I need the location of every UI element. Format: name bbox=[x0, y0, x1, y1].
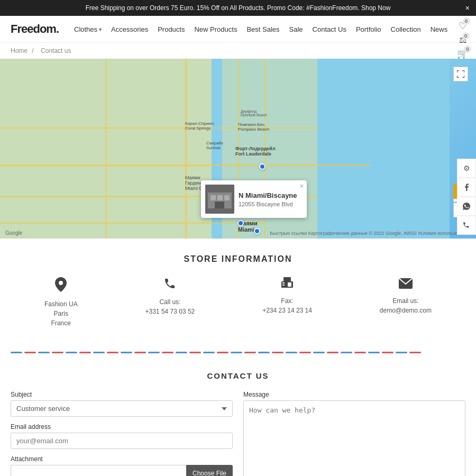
dash-10 bbox=[134, 352, 146, 353]
store-info-grid: Fashion UA Paris France Call us: +331 54… bbox=[11, 277, 465, 328]
dash-1 bbox=[11, 352, 22, 353]
dash-3 bbox=[38, 352, 50, 353]
breadcrumb-home[interactable]: Home bbox=[11, 47, 28, 54]
sidebar-settings-icon[interactable]: ⚙ bbox=[457, 159, 476, 178]
store-address-text: Fashion UA Paris France bbox=[44, 299, 78, 328]
nav-item-portfolio[interactable]: Portfolio bbox=[356, 25, 381, 33]
banner-close[interactable]: × bbox=[465, 4, 470, 12]
cart-button[interactable]: 🛒 0 bbox=[457, 48, 468, 59]
map-popup-address: 12055 Biscayne Blvd bbox=[239, 201, 297, 207]
attachment-row: Choose File bbox=[11, 465, 233, 476]
nav-item-sale[interactable]: Sale bbox=[289, 25, 303, 33]
nav-item-new-products[interactable]: New Products bbox=[194, 25, 237, 33]
breadcrumb-separator: / bbox=[32, 47, 33, 54]
wishlist-count: 0 bbox=[463, 17, 470, 25]
dash-14 bbox=[189, 352, 201, 353]
store-info-phone: Call us: +331 54 73 03 52 bbox=[145, 277, 195, 316]
sidebar-facebook-icon[interactable] bbox=[457, 178, 476, 197]
store-email-text: Email us: demo@demo.com bbox=[380, 296, 432, 315]
dash-13 bbox=[176, 352, 187, 353]
map-pin-1[interactable] bbox=[259, 163, 266, 170]
main-nav: Clothes ▾ Accessories Products New Produ… bbox=[74, 25, 465, 33]
dash-9 bbox=[121, 352, 132, 353]
dash-17 bbox=[231, 352, 242, 353]
sidebar-phone-icon[interactable] bbox=[457, 216, 476, 235]
dash-29 bbox=[396, 352, 407, 353]
message-textarea[interactable] bbox=[243, 400, 465, 476]
dash-6 bbox=[79, 352, 91, 353]
svg-rect-10 bbox=[282, 282, 285, 283]
choose-file-button[interactable]: Choose File bbox=[186, 465, 233, 476]
svg-rect-4 bbox=[224, 195, 230, 200]
chevron-down-icon: ▾ bbox=[99, 26, 102, 32]
dash-15 bbox=[203, 352, 215, 353]
dash-23 bbox=[313, 352, 325, 353]
message-label: Message bbox=[243, 391, 465, 398]
map-popup-name: N Miami/Biscayne bbox=[239, 191, 297, 199]
nav-item-accessories[interactable]: Accessories bbox=[111, 25, 148, 33]
attachment-input[interactable] bbox=[11, 465, 186, 476]
dash-5 bbox=[66, 352, 77, 353]
dash-8 bbox=[107, 352, 118, 353]
dash-30 bbox=[409, 352, 421, 353]
svg-rect-9 bbox=[288, 282, 291, 287]
location-icon bbox=[55, 277, 67, 295]
dash-25 bbox=[341, 352, 352, 353]
email-input[interactable] bbox=[11, 433, 233, 449]
breadcrumb-current: Contact us bbox=[41, 47, 71, 54]
divider-dashes bbox=[0, 349, 476, 355]
map-container[interactable]: Форт-ЛодердейлFort Lauderdale МаямиMiami… bbox=[0, 59, 476, 239]
contact-form: Subject Customer service Email address A… bbox=[11, 391, 465, 476]
sidebar-whatsapp-icon[interactable] bbox=[457, 197, 476, 216]
subject-group: Subject Customer service bbox=[11, 391, 233, 417]
compare-button[interactable]: ⚖ 0 bbox=[459, 35, 466, 45]
nav-item-clothes[interactable]: Clothes ▾ bbox=[74, 25, 102, 33]
nav-item-news[interactable]: News bbox=[431, 25, 448, 33]
dash-20 bbox=[272, 352, 283, 353]
header: Freedom. Clothes ▾ Accessories Products … bbox=[0, 16, 476, 43]
svg-rect-11 bbox=[282, 285, 285, 286]
map-background: Форт-ЛодердейлFort Lauderdale МаямиMiami… bbox=[0, 59, 476, 239]
email-group: Email address bbox=[11, 423, 233, 449]
dash-27 bbox=[368, 352, 380, 353]
phone-icon bbox=[163, 277, 176, 293]
map-google-logo: Google bbox=[5, 230, 22, 236]
svg-rect-2 bbox=[210, 195, 216, 200]
map-pin-3[interactable] bbox=[237, 220, 244, 226]
svg-point-6 bbox=[59, 281, 63, 285]
dash-19 bbox=[258, 352, 270, 353]
map-fullscreen-button[interactable] bbox=[453, 67, 468, 81]
dash-4 bbox=[52, 352, 63, 353]
map-popup-close[interactable]: × bbox=[300, 182, 304, 190]
map-popup-info: N Miami/Biscayne 12055 Biscayne Blvd bbox=[239, 191, 297, 207]
store-info-section: STORE INFORMATION Fashion UA Paris Franc… bbox=[0, 239, 476, 344]
dash-21 bbox=[286, 352, 297, 353]
nav-item-best-sales[interactable]: Best Sales bbox=[246, 25, 279, 33]
contact-right-column: Message bbox=[243, 391, 465, 476]
dash-28 bbox=[382, 352, 393, 353]
dash-2 bbox=[24, 352, 36, 353]
logo[interactable]: Freedom. bbox=[11, 22, 74, 36]
subject-label: Subject bbox=[11, 391, 233, 398]
map-popup: N Miami/Biscayne 12055 Biscayne Blvd × bbox=[201, 180, 307, 218]
dash-12 bbox=[162, 352, 173, 353]
attachment-label: Attachment bbox=[11, 455, 233, 463]
dash-26 bbox=[354, 352, 366, 353]
email-icon bbox=[399, 277, 413, 292]
dash-22 bbox=[299, 352, 311, 353]
nav-label-clothes: Clothes bbox=[74, 25, 97, 33]
dash-16 bbox=[217, 352, 228, 353]
nav-item-collection[interactable]: Collection bbox=[391, 25, 421, 33]
top-banner: Free Shipping on over Orders 75 Euro. 15… bbox=[0, 0, 476, 16]
map-pin-2[interactable] bbox=[254, 228, 260, 234]
nav-item-products[interactable]: Products bbox=[158, 25, 185, 33]
email-label: Email address bbox=[11, 423, 233, 431]
nav-item-contact[interactable]: Contact Us bbox=[313, 25, 346, 33]
breadcrumb: Home / Contact us bbox=[0, 43, 476, 59]
contact-left-column: Subject Customer service Email address A… bbox=[11, 391, 233, 476]
svg-rect-3 bbox=[217, 195, 223, 200]
fax-icon bbox=[280, 277, 294, 292]
compare-count: 0 bbox=[462, 32, 470, 40]
wishlist-button[interactable]: ♡ 0 bbox=[459, 20, 467, 32]
subject-select[interactable]: Customer service bbox=[11, 400, 233, 417]
